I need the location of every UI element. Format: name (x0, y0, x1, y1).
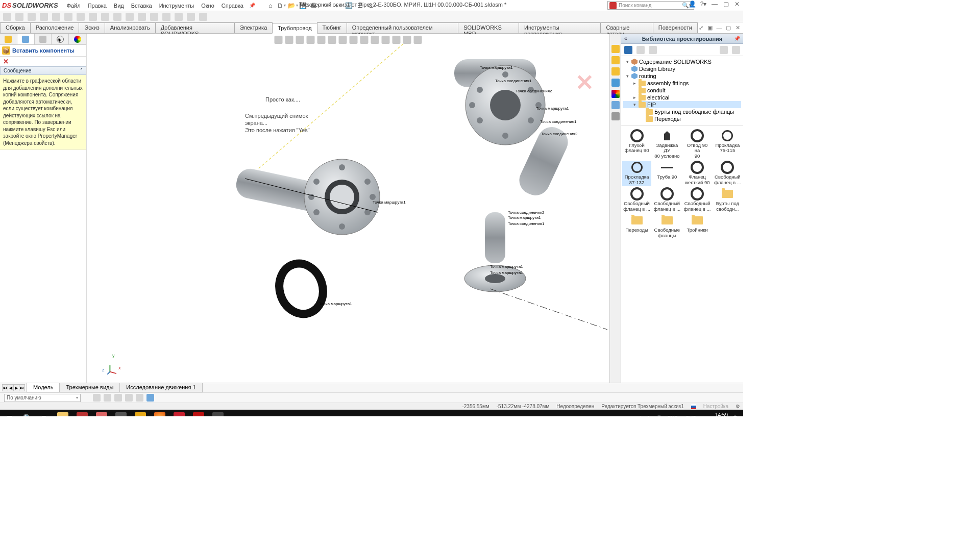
tab-piping[interactable]: Трубопровод (272, 23, 317, 34)
tab-layouttools[interactable]: Инструменты расположения (519, 22, 601, 33)
open-icon[interactable]: 📂 (288, 1, 298, 10)
tool-icon[interactable] (113, 13, 121, 21)
library-parts-grid[interactable]: Глухойфланец 90Задвижка ДУ80 условноОтво… (621, 126, 743, 383)
fm-tab-display[interactable] (69, 34, 86, 44)
tree-item[interactable]: ▾ routing (623, 72, 741, 80)
tool-icon[interactable] (89, 13, 97, 21)
taskpane-designlibrary-icon[interactable] (611, 56, 620, 64)
expand-icon[interactable]: ⤢ (697, 24, 704, 32)
action-center-icon[interactable]: 💬 (732, 415, 738, 417)
new-icon[interactable]: 🗋 (277, 1, 287, 10)
tab-surfaces[interactable]: Поверхности (653, 22, 698, 33)
tree-item[interactable]: Бурты под свободные фланцы (623, 108, 741, 115)
app-icon[interactable] (72, 410, 92, 416)
tree-item[interactable]: ▸ electrical (623, 94, 741, 101)
tool-icon[interactable] (162, 13, 170, 21)
tile-icon[interactable]: ▣ (706, 24, 714, 32)
library-part[interactable]: Свободныйфланец в ... (652, 187, 681, 213)
tree-item[interactable]: ▸ assembly fittings (623, 80, 741, 87)
explorer-icon[interactable] (53, 410, 72, 416)
tool-icon[interactable] (52, 13, 60, 21)
solidworks-icon[interactable] (169, 410, 189, 416)
library-part[interactable]: Бурты подсвободн... (713, 187, 742, 213)
tab-mbd[interactable]: SOLIDWORKS MBD (458, 22, 519, 33)
tree-item[interactable]: ▾ FIP (623, 101, 741, 108)
library-part[interactable]: Свободныефланцы (652, 214, 681, 239)
taskpane-customprops-icon[interactable] (611, 101, 620, 109)
menu-help[interactable]: Справка (218, 3, 247, 9)
fm-tab-dim[interactable]: ◈ (52, 34, 69, 44)
library-part[interactable]: Глухойфланец 90 (622, 129, 651, 160)
library-part[interactable]: Переходы (622, 214, 651, 239)
calc-icon[interactable] (208, 410, 228, 416)
tool-icon[interactable] (187, 13, 195, 21)
tray-chevron-icon[interactable]: ˄ (640, 415, 642, 417)
library-part[interactable]: Прокладка75-115 (713, 129, 742, 160)
new-folder-icon[interactable] (720, 46, 728, 54)
library-part[interactable]: Свободныйфланец в ... (683, 187, 712, 213)
tab-nav-last-icon[interactable]: ⏭ (19, 384, 25, 391)
tray-clock[interactable]: 14:59 18.01.2019 (702, 412, 728, 416)
menu-file[interactable]: Файл (63, 3, 84, 9)
fm-tab-propertymanager[interactable] (17, 34, 35, 44)
tree-item[interactable]: ▾ Содержание SOLIDWORKS (623, 58, 741, 65)
acrobat-icon[interactable] (189, 410, 208, 416)
status-custom[interactable]: Настройка (703, 404, 728, 409)
tree-item[interactable]: Design Library (623, 65, 741, 72)
tool-icon[interactable] (101, 13, 109, 21)
tool-icon[interactable] (126, 13, 134, 21)
tool-icon[interactable] (64, 13, 72, 21)
tab-addins[interactable]: Добавления SOLIDWORKS (155, 22, 235, 33)
library-part[interactable]: Свободныйфланец в ... (622, 187, 651, 213)
calculator-icon[interactable] (111, 410, 131, 416)
fwd-icon[interactable] (636, 46, 645, 54)
fm-tab-config[interactable] (35, 34, 52, 44)
tab-sketch[interactable]: Эскиз (79, 22, 105, 33)
taskpane-forum-icon[interactable] (611, 112, 620, 120)
fm-tab-tree[interactable] (0, 34, 17, 44)
orientation-triad[interactable]: y x z (107, 365, 116, 375)
library-part[interactable]: Прокладка87-132 (622, 161, 651, 186)
pm-section-message[interactable]: Сообщение ˄ (0, 66, 86, 75)
tray-lang2[interactable]: РУС (684, 415, 698, 417)
library-part[interactable]: Фланецжесткий 90 (683, 161, 712, 186)
tab-userroute[interactable]: Определенный пользователем маршрут (347, 22, 459, 33)
user-icon[interactable]: 👤 (688, 0, 696, 8)
menu-edit[interactable]: Правка (84, 3, 110, 9)
back-icon[interactable] (624, 46, 632, 54)
taskpane-appearances-icon[interactable] (611, 90, 620, 98)
library-part[interactable]: Тройники (683, 214, 712, 239)
app-icon[interactable] (92, 410, 111, 416)
collapse-icon[interactable]: « (624, 36, 627, 41)
home-icon[interactable]: ⌂ (265, 1, 276, 10)
status-flag-icon[interactable] (691, 404, 696, 409)
tree-item[interactable]: Переходы (623, 115, 741, 122)
tab-weldments[interactable]: Сварные детали (600, 22, 653, 33)
pm-cancel-button[interactable]: ✕ (0, 57, 86, 66)
help-icon[interactable]: ?▾ (699, 0, 707, 8)
tab-model[interactable]: Модель (27, 383, 60, 392)
tab-analyze[interactable]: Анализировать (105, 22, 156, 33)
library-tree[interactable]: ▾ Содержание SOLIDWORKS Design Library▾ … (621, 56, 743, 126)
add-location-icon[interactable] (649, 46, 657, 54)
tab-motion1[interactable]: Исследование движения 1 (119, 383, 202, 392)
command-search[interactable]: Поиск команд 🔍▾ (607, 1, 694, 10)
firefox-icon[interactable] (150, 410, 169, 416)
pin-icon[interactable]: 📌 (734, 36, 740, 41)
taskpane-resources-icon[interactable] (611, 45, 620, 53)
motion-icon[interactable] (114, 394, 122, 402)
tool-icon[interactable] (77, 13, 85, 21)
motion-icon[interactable] (93, 394, 101, 402)
taskpane-viewpalette-icon[interactable] (611, 79, 620, 87)
tree-item[interactable]: conduit (623, 87, 741, 94)
pin-menu-icon[interactable]: 📌 (249, 3, 255, 8)
tab-tubing[interactable]: Тюбинг (317, 22, 347, 33)
taskbar-search-icon[interactable]: 🔍 (18, 410, 36, 416)
tab-assembly[interactable]: Сборка (0, 22, 31, 33)
menu-view[interactable]: Вид (110, 3, 128, 9)
app-icon[interactable] (131, 410, 150, 416)
taskpane-fileexplorer-icon[interactable] (611, 67, 620, 76)
library-part[interactable]: Труба 90 (652, 161, 681, 186)
tool-icon[interactable] (199, 13, 207, 21)
tool-icon[interactable] (15, 13, 23, 21)
